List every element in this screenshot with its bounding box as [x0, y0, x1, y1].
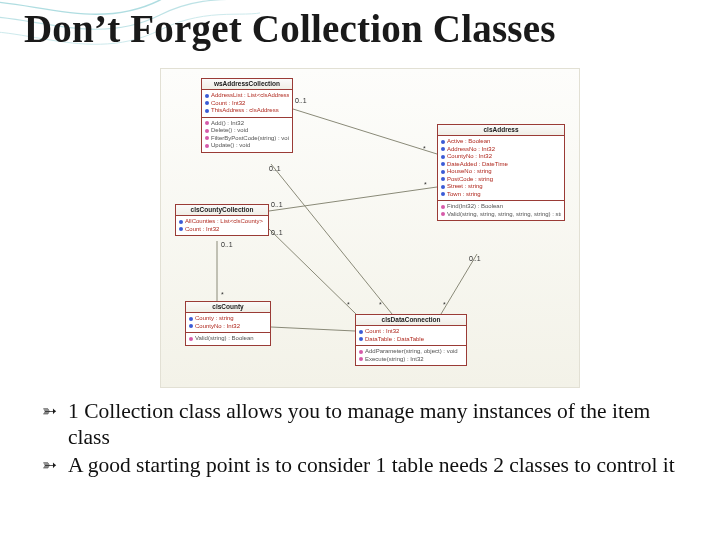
uml-attr: Active : Boolean: [447, 138, 490, 144]
mult-label: *: [347, 301, 350, 308]
uml-op: Execute(string) : Int32: [365, 356, 424, 362]
uml-class-name: wsAddressCollection: [202, 79, 292, 90]
uml-op: Valid(string, string, string, string, st…: [447, 211, 561, 217]
bullet-list: ➳ 1 Collection class allows you to manag…: [42, 398, 690, 481]
bullet-item: ➳ A good starting point is to consider 1…: [42, 452, 690, 478]
uml-class-name: clsAddress: [438, 125, 564, 136]
mult-label: *: [443, 301, 446, 308]
uml-attr: Count : Int32: [185, 226, 219, 232]
mult-label: 0..1: [221, 241, 233, 248]
uml-class-name: clsDataConnection: [356, 315, 466, 326]
uml-class-address-collection: wsAddressCollection AddressList : List<c…: [201, 78, 293, 153]
bullet-text: A good starting point is to consider 1 t…: [68, 453, 675, 477]
mult-label: *: [379, 301, 382, 308]
slide-title: Don’t Forget Collection Classes: [24, 6, 696, 51]
uml-op: AddParameter(string, object) : void: [365, 348, 458, 354]
uml-op: Find(Int32) : Boolean: [447, 203, 503, 209]
mult-label: 0..1: [295, 97, 307, 104]
uml-class-data-connection: clsDataConnection Count : Int32 DataTabl…: [355, 314, 467, 366]
uml-op: FilterByPostCode(string) : void: [211, 135, 289, 141]
mult-label: 0..1: [271, 201, 283, 208]
mult-label: *: [423, 145, 426, 152]
uml-class-county-collection: clsCountyCollection AllCounties : List<c…: [175, 204, 269, 236]
mult-label: *: [221, 291, 224, 298]
uml-attr: Count : Int32: [211, 100, 245, 106]
uml-op: Update() : void: [211, 142, 250, 148]
uml-attr: Town : string: [447, 191, 481, 197]
uml-attr: CountyNo : Int32: [195, 323, 240, 329]
bullet-icon: ➳: [42, 455, 57, 477]
uml-attr: County : string: [195, 315, 234, 321]
uml-class-address: clsAddress Active : Boolean AddressNo : …: [437, 124, 565, 221]
uml-op: Valid(string) : Boolean: [195, 335, 254, 341]
mult-label: *: [424, 181, 427, 188]
uml-attr: PostCode : string: [447, 176, 493, 182]
mult-label: 0..1: [269, 165, 281, 172]
svg-line-2: [269, 187, 437, 211]
uml-attr: HouseNo : string: [447, 168, 492, 174]
uml-attr: AddressNo : Int32: [447, 146, 495, 152]
bullet-text: 1 Collection class allows you to manage …: [68, 399, 650, 449]
uml-attr: DateAdded : DateTime: [447, 161, 508, 167]
bullet-item: ➳ 1 Collection class allows you to manag…: [42, 398, 690, 450]
svg-line-5: [441, 254, 477, 314]
mult-label: 0..1: [469, 255, 481, 262]
uml-attr: Street : string: [447, 183, 483, 189]
svg-line-1: [271, 164, 392, 314]
uml-attr: DataTable : DataTable: [365, 336, 424, 342]
uml-attr: ThisAddress : clsAddress: [211, 107, 279, 113]
uml-attr: AddressList : List<clsAddress>: [211, 92, 289, 98]
uml-attr: Count : Int32: [365, 328, 399, 334]
uml-class-county: clsCounty County : string CountyNo : Int…: [185, 301, 271, 346]
bullet-icon: ➳: [42, 401, 57, 423]
svg-line-6: [271, 327, 355, 331]
uml-attr: CountyNo : Int32: [447, 153, 492, 159]
uml-class-name: clsCounty: [186, 302, 270, 313]
svg-line-4: [269, 229, 356, 314]
uml-diagram: 0..1 * 0..1 * 0..1 * 0..1 * 0..1 * 0..1 …: [160, 68, 580, 388]
mult-label: 0..1: [271, 229, 283, 236]
uml-attr: AllCounties : List<clsCounty>: [185, 218, 263, 224]
uml-class-name: clsCountyCollection: [176, 205, 268, 216]
uml-op: Add() : Int32: [211, 120, 244, 126]
svg-line-0: [293, 109, 437, 154]
uml-op: Delete() : void: [211, 127, 248, 133]
